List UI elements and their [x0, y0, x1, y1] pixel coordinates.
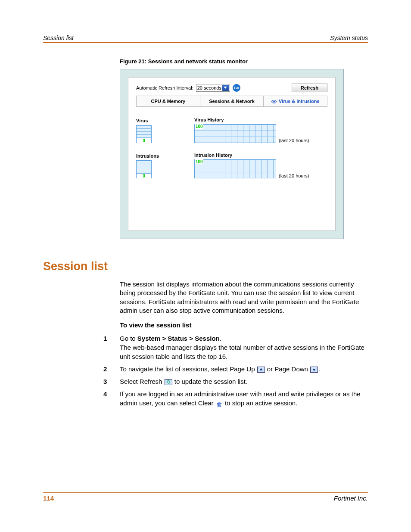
refresh-button[interactable]: Refresh	[292, 84, 327, 92]
go-button[interactable]: Go	[233, 84, 240, 92]
running-header-right: System status	[330, 34, 368, 41]
intrusions-gauge-value: 0	[137, 173, 151, 178]
running-header: Session list System status	[43, 34, 368, 43]
virus-gauge: 0	[136, 125, 152, 143]
page-footer: 114 Fortinet Inc.	[43, 492, 368, 502]
intrusions-gauge: 0	[136, 160, 152, 178]
virus-history-ymax: 100	[195, 124, 203, 129]
nav-path: System > Status > Session	[137, 335, 220, 342]
intrusion-history-label: Intrusion History	[194, 152, 327, 158]
step-1: Go to System > Status > Session. The web…	[103, 334, 368, 361]
step-3: Select Refresh to update the session lis…	[103, 377, 368, 386]
page-up-icon	[257, 367, 265, 373]
figure-caption: Figure 21: Sessions and network status m…	[120, 58, 368, 65]
intrusion-history-ymax: 100	[195, 159, 203, 164]
steps-list: Go to System > Status > Session. The web…	[103, 334, 368, 408]
procedure-heading: To view the session list	[120, 321, 368, 330]
monitor-toolbar: Automatic Refresh Interval: 20 seconds G…	[136, 84, 327, 92]
virus-history-label: Virus History	[194, 117, 327, 122]
virus-label: Virus	[136, 118, 194, 123]
virus-history-caption: (last 20 hours)	[279, 138, 309, 143]
intrusion-history-chart: 100	[194, 159, 276, 178]
page-number: 114	[43, 495, 54, 502]
virus-history-chart: 100	[194, 124, 276, 143]
company-name: Fortinet Inc.	[334, 495, 368, 502]
tab-cpu-memory[interactable]: CPU & Memory	[136, 96, 200, 107]
refresh-interval-label: Automatic Refresh Interval:	[136, 85, 193, 90]
intrusions-label: Intrusions	[136, 153, 194, 159]
page-down-icon	[310, 367, 318, 373]
tab-sessions-network[interactable]: Sessions & Network	[200, 96, 264, 107]
intrusion-history-caption: (last 20 hours)	[279, 173, 309, 178]
status-monitor-screenshot: Automatic Refresh Interval: 20 seconds G…	[120, 69, 344, 239]
refresh-icon	[165, 379, 172, 385]
refresh-interval-dropdown[interactable]: 20 seconds	[196, 84, 230, 92]
virus-gauge-value: 0	[137, 138, 151, 143]
running-header-left: Session list	[43, 34, 74, 41]
virus-row: Virus 0 Virus History 100 (last 20 hours…	[136, 117, 327, 143]
monitor-tabs: CPU & Memory Sessions & Network Virus & …	[136, 96, 327, 107]
trash-icon	[216, 401, 222, 407]
refresh-interval-value: 20 seconds	[197, 85, 221, 90]
section-title: Session list	[43, 260, 368, 273]
step-2: To navigate the list of sessions, select…	[103, 364, 368, 373]
step-4: If you are logged in as an administrativ…	[103, 389, 368, 408]
intrusions-row: Intrusions 0 Intrusion History 100 (last…	[136, 152, 327, 178]
tab-virus-label: Virus & Intrusions	[279, 99, 320, 104]
tab-virus-intrusions[interactable]: Virus & Intrusions	[264, 96, 327, 107]
eye-icon	[271, 100, 277, 103]
chevron-down-icon	[222, 85, 229, 91]
intro-paragraph: The session list displays information ab…	[120, 280, 368, 315]
